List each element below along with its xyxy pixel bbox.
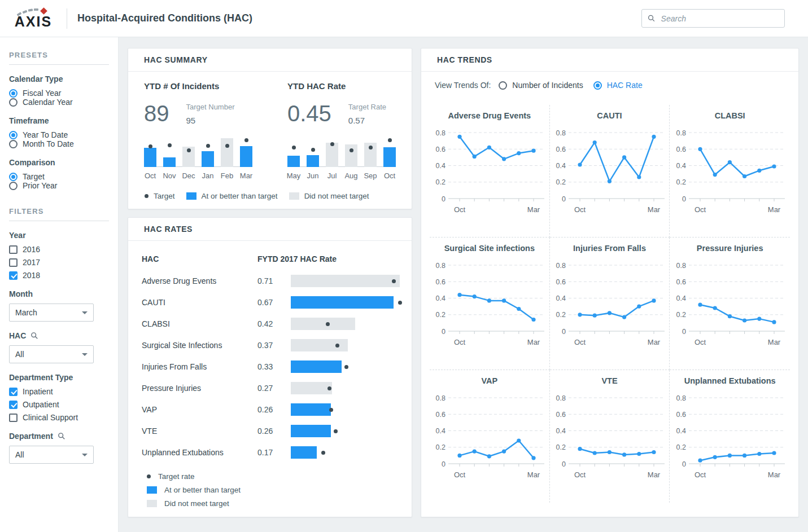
svg-text:Oct: Oct xyxy=(695,205,706,214)
radio-icon xyxy=(9,98,18,107)
checkbox-icon xyxy=(9,414,18,422)
hac-rate-row-pressure-injuries: Pressure Injuries0.27 xyxy=(142,377,405,399)
target-dot xyxy=(311,148,315,152)
trend-line-chart: 00.20.40.60.8OctMar xyxy=(552,256,667,348)
svg-text:Mar: Mar xyxy=(527,471,540,479)
target-dot xyxy=(225,144,229,148)
hac-rates-title: HAC RATES xyxy=(128,218,412,241)
svg-text:0.6: 0.6 xyxy=(676,411,686,419)
hac-summary-card: HAC SUMMARY YTD # Of Incidents 89 Target… xyxy=(128,48,412,209)
svg-text:Mar: Mar xyxy=(768,471,781,479)
trend-cell-cauti: CAUTI00.20.40.60.8OctMar xyxy=(550,105,670,238)
svg-text:0.4: 0.4 xyxy=(676,162,686,170)
radio-fiscal-year[interactable]: Fiscal Year xyxy=(9,89,109,98)
trend-cell-vap: VAP00.20.40.60.8OctMar xyxy=(430,370,550,503)
hac-rate-row-adverse-drug-events: Adverse Drug Events0.71 xyxy=(142,270,405,292)
legend-item: Did not meet target xyxy=(289,192,369,200)
svg-text:0.2: 0.2 xyxy=(676,178,686,186)
radio-target[interactable]: Target xyxy=(9,172,109,181)
sidebar: PRESETS Calendar TypeFiscal YearCalendar… xyxy=(0,37,119,532)
ytd-incidents-value: 89 xyxy=(144,103,169,124)
radio-prior-year[interactable]: Prior Year xyxy=(9,181,109,190)
month-label: Feb xyxy=(221,172,233,180)
trend-cell-vte: VTE00.20.40.60.8OctMar xyxy=(550,370,670,503)
hac-rate-bar xyxy=(291,360,405,373)
svg-text:Oct: Oct xyxy=(454,338,466,346)
app-logo[interactable]: AXIS xyxy=(0,8,67,29)
group-label-timeframe: Timeframe xyxy=(9,116,109,125)
trend-title: Surgical Site infections xyxy=(430,244,549,253)
checkbox-clinical-support[interactable]: Clinical Support xyxy=(9,413,109,422)
hac-rate-value: 0.26 xyxy=(257,427,291,436)
search-icon xyxy=(58,432,65,440)
checkbox-2017[interactable]: 2017 xyxy=(9,258,109,267)
filters-heading: FILTERS xyxy=(9,207,109,221)
radio-hac-rate[interactable]: HAC Rate xyxy=(593,81,643,90)
hac-rate-bar xyxy=(291,275,405,287)
summary-bar-feb: Feb xyxy=(221,136,233,167)
hac-rate-bar xyxy=(291,318,405,330)
radio-year-to-date[interactable]: Year To Date xyxy=(9,130,109,139)
svg-text:0.6: 0.6 xyxy=(556,278,566,286)
hac-rate-bar xyxy=(291,296,405,309)
target-dot xyxy=(334,429,338,433)
hac-trends-title: HAC TRENDS xyxy=(421,49,798,72)
checkbox-icon xyxy=(9,245,18,254)
svg-text:Mar: Mar xyxy=(768,205,781,214)
trend-line-chart: 00.20.40.60.8OctMar xyxy=(431,124,547,215)
legend-item: Target rate xyxy=(147,472,405,481)
hac-rates-card: HAC RATES HAC FYTD 2017 HAC Rate Adverse… xyxy=(128,217,412,517)
checkbox-2018[interactable]: 2018 xyxy=(9,271,109,280)
month-dropdown-value: March xyxy=(15,308,37,317)
trend-title: VTE xyxy=(550,376,670,385)
month-dropdown[interactable]: March xyxy=(9,304,94,322)
svg-text:Mar: Mar xyxy=(648,205,661,214)
department-dropdown[interactable]: All xyxy=(9,446,94,464)
svg-text:0.2: 0.2 xyxy=(436,443,446,451)
checkbox-inpatient[interactable]: Inpatient xyxy=(9,387,109,396)
radio-calendar-year[interactable]: Calendar Year xyxy=(9,98,109,107)
group-label-year: Year xyxy=(9,231,109,240)
hac-rate-value: 0.37 xyxy=(257,341,291,350)
radio-month-to-date[interactable]: Month To Date xyxy=(9,139,109,148)
svg-text:Oct: Oct xyxy=(695,338,706,346)
search-input[interactable] xyxy=(660,14,779,24)
svg-text:Oct: Oct xyxy=(574,471,586,479)
target-dot xyxy=(244,138,248,142)
hac-rate-bar xyxy=(291,403,405,416)
svg-text:0.8: 0.8 xyxy=(556,262,566,270)
hac-rate-value: 0.67 xyxy=(257,298,291,307)
group-label-department: Department xyxy=(9,432,109,441)
svg-text:0.4: 0.4 xyxy=(676,427,686,435)
hac-dropdown[interactable]: All xyxy=(9,345,94,363)
hac-rate-value: 0.17 xyxy=(257,448,291,457)
view-trend-options: Number of IncidentsHAC Rate xyxy=(499,81,642,90)
blue-swatch-icon xyxy=(186,192,196,200)
month-label: Dec xyxy=(182,172,195,180)
summary-bar-jun: Jun xyxy=(307,136,319,167)
month-label: Sep xyxy=(364,172,377,180)
view-trends-label: View Trends Of: xyxy=(435,81,491,90)
target-dot xyxy=(292,146,296,150)
hac-rate-row-unplanned-extubations: Unplanned Extubations0.17 xyxy=(142,442,405,463)
svg-text:0.8: 0.8 xyxy=(556,129,566,137)
trend-cell-clabsi: CLABSI00.20.40.60.8OctMar xyxy=(670,105,790,238)
presets-heading: PRESETS xyxy=(9,51,109,65)
hac-rate-row-surgical-site-infections: Surgical Site Infections0.37 xyxy=(142,335,405,356)
checkbox-2016[interactable]: 2016 xyxy=(9,245,109,254)
svg-text:0: 0 xyxy=(442,460,446,468)
svg-text:0.4: 0.4 xyxy=(436,294,446,302)
hac-rate-value: 0.27 xyxy=(257,384,291,393)
global-search[interactable] xyxy=(641,9,785,28)
hac-name: Pressure Injuries xyxy=(142,384,257,393)
checkbox-outpatient[interactable]: Outpatient xyxy=(9,400,109,409)
target-dot xyxy=(321,451,325,455)
svg-text:0.4: 0.4 xyxy=(436,162,446,170)
svg-text:0: 0 xyxy=(562,328,566,336)
ytd-rate-panel: YTD HAC Rate 0.45 Target Rate 0.57 MayJu… xyxy=(287,81,396,187)
svg-text:0.2: 0.2 xyxy=(676,443,686,451)
target-dot xyxy=(344,365,348,369)
radio-number-of-incidents[interactable]: Number of Incidents xyxy=(499,81,583,90)
svg-text:0.2: 0.2 xyxy=(436,311,446,319)
target-number-value: 95 xyxy=(186,116,235,125)
